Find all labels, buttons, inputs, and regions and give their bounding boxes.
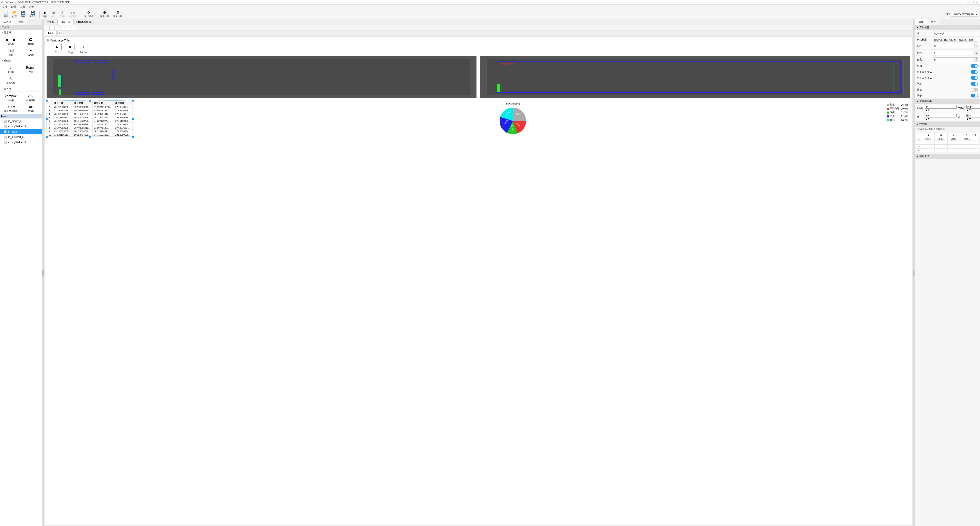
document-path: D:/SciSmart3.0方案/叠片测量、检测-中文版.smt	[17, 0, 967, 4]
tab-properties[interactable]: 属性	[915, 19, 928, 25]
toolbar-file-2[interactable]: 💾保存	[19, 10, 27, 19]
align-bottom-icon[interactable]: ⫰	[72, 26, 76, 30]
section-table-info[interactable]: 表格信息	[915, 25, 980, 30]
language-selector[interactable]: Chinese|中文(简体)▾	[951, 12, 978, 16]
tab-events[interactable]: 事件	[928, 19, 940, 25]
design-canvas[interactable]: ⊕ Customize Title ▶Run⏹Stop⏸Pause +	[45, 37, 912, 525]
tab-resources[interactable]: 资源	[15, 19, 27, 25]
tool-1-1[interactable]: Button按钮	[21, 64, 41, 75]
toggle-alt[interactable]	[970, 88, 978, 91]
left-splitter[interactable]	[42, 19, 44, 526]
right-panel: 属性 事件 表格信息 id 表头标题 行数▲▼ 列数▲▼ 行高▲▼ 可用 水平表…	[915, 19, 980, 526]
prop-rows-input[interactable]	[933, 44, 975, 48]
toolbar-cfg-1[interactable]: 🖥显示设置	[111, 10, 124, 19]
menu-file[interactable]: 文件	[2, 5, 7, 9]
toolbar-run-3[interactable]: ⏭单步运行	[67, 10, 80, 19]
table-row[interactable]: 4731.97553055...1010.6024788...50.723764…	[48, 112, 133, 116]
table-row[interactable]: 9731.97553055...1010.6024788...50.723764…	[48, 130, 133, 133]
toolbar-cfg-0[interactable]: ⚙变量设置	[98, 10, 111, 19]
align-top-icon[interactable]: ⫯	[62, 26, 66, 30]
toolbar-mode-0[interactable]: ⟳运行模式	[82, 10, 95, 19]
tab-toolbox[interactable]: 工具箱	[0, 19, 15, 25]
align-center-icon[interactable]: ⫠	[50, 26, 54, 30]
tool-1-0[interactable]: ☑复选框	[1, 64, 21, 75]
run-btn-pause[interactable]: ⏸	[79, 44, 88, 50]
align-left-icon[interactable]: ⫞	[45, 26, 49, 30]
toggle-enable[interactable]	[970, 64, 978, 68]
outline-item-m_pieChart_5[interactable]: m_pieChart_5	[0, 134, 41, 140]
table-row[interactable]: 5730.23105911...1011.2434939...54.715331…	[48, 116, 133, 119]
tab-main-flow[interactable]: 主流程	[44, 19, 57, 25]
app-name: SciSmart	[5, 1, 14, 4]
align-middle-icon[interactable]: ⫲	[67, 26, 71, 30]
tool-2-2[interactable]: 0.00▾浮点型选值框	[1, 103, 21, 114]
pie-chart-widget[interactable]: 叠片缺陷统计 25.3% 19.0% 12.7% 22.8% 20.2% 裂纹2…	[137, 100, 910, 137]
tool-0-3[interactable]: ●信号灯	[21, 47, 41, 57]
toggle-sync[interactable]	[970, 94, 978, 97]
prop-header-input[interactable]	[933, 38, 978, 41]
tab-ui-script[interactable]: UI脚本编辑器	[73, 19, 94, 25]
tool-0-0[interactable]: ▶⏸⏹运行框	[1, 36, 21, 47]
outline-item-m_imgWidget_6[interactable]: m_imgWidget_6	[0, 140, 41, 145]
toolbar-run-1[interactable]: ⏹停止	[49, 10, 58, 19]
prop-w-input[interactable]	[925, 114, 956, 118]
customize-logo-icon: ⊕	[46, 38, 49, 42]
toolbar-run-0[interactable]: ▶运行	[41, 10, 49, 19]
table-row[interactable]: 8731.97553055...997.98596219...51.597461…	[48, 126, 133, 130]
toolbar-file-0[interactable]: 📄新建	[2, 10, 10, 19]
align-right-icon[interactable]: ⫟	[55, 26, 59, 30]
section-refresh[interactable]: 刷新条件	[915, 154, 980, 159]
table-row[interactable]: 10730.23105911...1011.2434939...54.71533…	[48, 133, 133, 137]
tool-0-1[interactable]: 🖼图像框	[21, 36, 41, 47]
minimize-icon[interactable]: —	[967, 1, 970, 4]
tool-1-2[interactable]: 🔧工具按钮	[1, 75, 21, 86]
right-splitter[interactable]	[913, 19, 915, 526]
toggle-grid[interactable]	[970, 82, 978, 86]
tool-2-1[interactable]: AB|线编辑框	[21, 92, 41, 103]
table-row[interactable]: 2731.97553055...997.98596219...51.597461…	[48, 105, 133, 109]
toggle-hheader[interactable]	[970, 70, 978, 74]
group-0[interactable]: 显示框	[0, 30, 41, 35]
outline-item-m_widget_2[interactable]: m_widget_2	[0, 118, 41, 124]
tool-0-2[interactable]: Text标签	[1, 47, 21, 57]
prop-id-input[interactable]	[933, 31, 978, 35]
outline-header: Main	[0, 115, 41, 118]
outline-item-m_imgWidget_3[interactable]: m_imgWidget_3	[0, 124, 41, 129]
prop-rowh-input[interactable]	[933, 57, 975, 62]
group-1[interactable]: 按钮组	[0, 58, 41, 63]
prop-y-input[interactable]	[966, 105, 980, 109]
maximize-icon[interactable]: ☐	[970, 1, 975, 4]
prop-x-input[interactable]	[925, 105, 956, 109]
datasource-table[interactable]: 12345 1Vars...Vars...Vars...Vars... 2 3 …	[916, 133, 979, 152]
table-row[interactable]: 3731.97553055...997.98596219...51.597461…	[48, 109, 133, 112]
run-btn-run[interactable]: ▶	[52, 44, 62, 50]
table-row[interactable]: 6731.97553055...1012.1620755...57.237129…	[48, 119, 133, 123]
prop-cols-input[interactable]	[933, 51, 975, 55]
prop-h-input[interactable]	[966, 114, 980, 118]
image-widget-right[interactable]: ■ 检测结果 中中	[480, 56, 910, 98]
design-tab-main[interactable]: Main	[45, 31, 57, 35]
menu-settings[interactable]: 设置	[11, 5, 16, 9]
tab-ui-designer[interactable]: UI设计器	[57, 19, 73, 25]
toggle-vheader[interactable]	[970, 76, 978, 80]
table-row[interactable]: 7731.97553055...997.98596219...51.597461…	[48, 123, 133, 126]
outline-item-m_table_4[interactable]: m_table_4	[0, 129, 41, 134]
toolbar-file-1[interactable]: 📂打开	[10, 10, 19, 19]
add-tab-button[interactable]: +	[57, 31, 62, 35]
image-widget-left[interactable]: +	[46, 56, 477, 98]
menu-help[interactable]: 帮助	[29, 5, 34, 9]
toolbar-file-3[interactable]: 💾另存为	[27, 10, 38, 19]
close-icon[interactable]: ✕	[975, 1, 979, 4]
section-datasource[interactable]: 数据源	[915, 121, 980, 127]
center-panel: 主流程 UI设计器 UI脚本编辑器 ⫞ ⫠ ⫟ ⫯ ⫲ ⫰ Main + ⊕ C…	[44, 19, 913, 526]
toolbar-run-2[interactable]: ⏸暂停	[58, 10, 67, 19]
run-btn-stop[interactable]: ⏹	[66, 44, 75, 50]
tool-2-3[interactable]: 0▾选值框	[21, 103, 41, 114]
menu-bar: 文件 设置 工具 帮助	[0, 5, 980, 10]
group-2[interactable]: 输入框	[0, 87, 41, 91]
tool-2-0[interactable]: combo▾组合框	[1, 92, 21, 103]
menu-tools[interactable]: 工具	[20, 5, 25, 9]
main-toolbar: 📄新建📂打开💾保存💾另存为 ▶运行⏹停止⏸暂停⏭单步运行 ⟳运行模式 ⚙变量设置…	[0, 10, 980, 19]
table-widget-selected[interactable]: 叠片长度叠片宽度极耳长度极耳宽度2731.97553055...997.9859…	[46, 100, 133, 137]
section-position[interactable]: 位置与大小	[915, 99, 980, 104]
